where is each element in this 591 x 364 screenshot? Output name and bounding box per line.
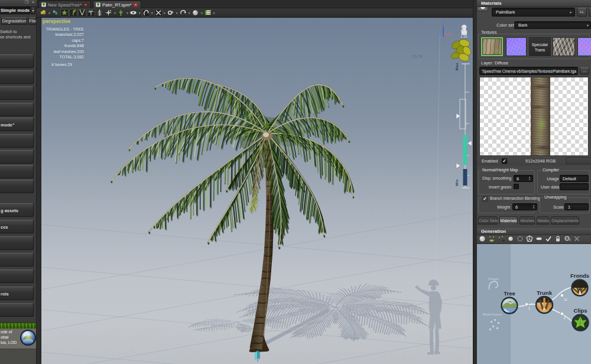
close-tab-icon[interactable]: × — [83, 2, 88, 7]
texture-thumb-diffuse[interactable] — [481, 37, 503, 56]
toolbar-button-leaf-pair[interactable] — [51, 9, 60, 17]
wire-connector[interactable] — [560, 312, 564, 316]
left-panel-section-0[interactable] — [0, 54, 34, 68]
left-panel-section-13[interactable] — [0, 269, 34, 283]
color-set-select[interactable]: Bark — [514, 21, 591, 29]
dropdown-caret-icon[interactable]: ▼ — [200, 11, 203, 15]
dropdown-caret-icon[interactable]: ▼ — [126, 11, 129, 15]
left-panel-section-6[interactable] — [0, 150, 34, 164]
usage-select[interactable]: Default — [560, 175, 589, 182]
document-tab-1[interactable]: New SpeedTree*× — [38, 1, 91, 8]
tab-degradation[interactable]: Degradation — [1, 17, 27, 25]
generation-tool-lock[interactable] — [554, 234, 561, 245]
toolbar-button-hook[interactable]: ▼ — [142, 9, 154, 17]
tab-file[interactable]: File — [28, 17, 36, 25]
texture-path-field[interactable]: 'SpeedTree Cinema v6/Samples/Textures/Pa… — [479, 67, 578, 75]
viewport-3d[interactable]: z perspective TRIANGLES - TREE branches:… — [41, 18, 473, 364]
material-extra-button[interactable] — [589, 8, 591, 17]
generation-tool-nodes-green2[interactable] — [498, 234, 505, 245]
material-select[interactable]: PalmBark — [492, 8, 575, 17]
document-tab-2[interactable]: Palm_RT.spm*× — [93, 1, 141, 8]
toolbar-button-sphere[interactable]: ▼ — [191, 9, 203, 17]
blend-checkbox[interactable]: ✓ — [482, 196, 488, 202]
left-panel-section-ces[interactable]: ces — [0, 220, 34, 233]
texture-thumb-detail[interactable] — [553, 37, 575, 56]
texture-thumb-detail-normal[interactable] — [577, 37, 591, 56]
toolbar-button-plant[interactable]: ▼ — [117, 9, 129, 17]
generator-node-tree[interactable]: Tree — [502, 290, 518, 314]
wire-connector[interactable] — [560, 294, 564, 297]
dropdown-caret-icon[interactable]: ▼ — [113, 11, 116, 15]
base-gizmo[interactable] — [255, 350, 260, 362]
disp-smoothing-spinner[interactable]: 6 ▲▼ — [514, 175, 533, 182]
toolbar-button-eye[interactable]: ▼ — [129, 9, 141, 17]
lod-slider[interactable] — [456, 64, 472, 188]
generation-tool-disc[interactable] — [535, 234, 543, 245]
left-panel-section-rols[interactable]: rols — [0, 287, 34, 300]
left-panel-section-7[interactable] — [0, 165, 34, 178]
bottom-tab-masks[interactable]: Masks — [537, 216, 549, 225]
generator-node-trunk[interactable]: Trunk — [536, 290, 553, 313]
toolbar-button-twig[interactable] — [78, 9, 86, 17]
bottom-tab-materials[interactable]: Materials — [499, 216, 518, 225]
generation-tool-small-sphere[interactable] — [507, 234, 514, 245]
material-dropdown-arrow-icon[interactable]: ▼ — [569, 11, 572, 14]
toolbar-button-frond[interactable] — [96, 9, 104, 17]
texture-thumb-specular[interactable]: Specular Trans — [529, 37, 551, 56]
generation-tool-badge[interactable]: B — [564, 234, 571, 245]
mode-selector[interactable]: Simple mode — [0, 6, 30, 14]
left-panel-section-mode[interactable]: mode" — [0, 118, 34, 131]
user-data-field[interactable] — [560, 183, 589, 190]
dropdown-caret-icon[interactable]: ▼ — [213, 11, 216, 15]
panel-window-icons[interactable]: ❐ × — [25, 0, 35, 5]
generation-tool-delete[interactable] — [573, 234, 580, 245]
toolbar-button-palm[interactable] — [87, 9, 95, 17]
generation-tool-die[interactable] — [526, 234, 533, 245]
toolbar-button-layers[interactable]: ▼ — [204, 9, 216, 17]
generate-map-button[interactable] — [566, 157, 591, 164]
generation-graph[interactable]: ForcesMesh Forces1122TreeTrunkFrondsClip… — [477, 244, 591, 364]
left-panel-section-3[interactable] — [0, 103, 34, 116]
bottom-tab-displacements[interactable]: Displacements — [551, 216, 579, 225]
toolbar-button-target-plus[interactable]: ▼ — [167, 9, 178, 17]
toolbar-button-snip[interactable]: ▼ — [154, 9, 166, 17]
mode-selector-arrow-icon[interactable]: ▼ — [31, 6, 35, 14]
dropdown-caret-icon[interactable]: ▼ — [138, 11, 141, 15]
materials-header[interactable]: Materials — [477, 0, 591, 7]
panel-separator[interactable] — [473, 0, 477, 364]
left-panel-section-1[interactable] — [0, 70, 34, 84]
left-panel-section-2[interactable] — [0, 86, 34, 100]
left-panel-section-15[interactable] — [0, 303, 34, 317]
browse-button[interactable]: ... — [580, 67, 589, 74]
toolbar-button-sprout[interactable] — [69, 9, 77, 17]
generator-node-fronds[interactable]: Fronds — [570, 272, 589, 296]
generation-tool-sphere[interactable] — [479, 234, 486, 245]
toolbar-button-rotate-loop[interactable]: ▼ — [179, 9, 191, 17]
dropdown-caret-icon[interactable]: ▼ — [48, 11, 51, 15]
generation-tool-loop[interactable] — [517, 234, 524, 245]
toolbar-button-sparkle[interactable]: ▼ — [105, 9, 116, 17]
texture-thumb-normal[interactable] — [506, 37, 527, 56]
left-panel-section-11[interactable] — [0, 236, 34, 250]
dropdown-caret-icon[interactable]: ▼ — [188, 11, 191, 15]
wire-connector[interactable] — [525, 303, 528, 306]
left-panel-section-8[interactable] — [0, 180, 34, 193]
dropdown-caret-icon[interactable]: ▼ — [176, 11, 178, 15]
color-set-dropdown-arrow-icon[interactable]: ▼ — [586, 24, 589, 27]
left-panel-section-5[interactable] — [0, 134, 34, 148]
spinner-arrows-icon[interactable]: ▲▼ — [527, 176, 532, 181]
texture-preview[interactable] — [479, 77, 589, 156]
add-remove-material-button[interactable]: +/- — [577, 8, 587, 17]
camera-label[interactable]: perspective — [43, 18, 70, 24]
toolbar-button-leaf-star[interactable] — [60, 9, 69, 17]
enabled-checkbox[interactable]: ✓ — [502, 158, 507, 164]
dropdown-caret-icon[interactable]: ▼ — [151, 11, 154, 15]
bottom-tab-color-sets[interactable]: Color Sets — [478, 216, 498, 225]
left-panel-section-gassets[interactable]: g assets — [0, 203, 34, 217]
scale-field[interactable]: 1 — [564, 203, 589, 210]
generation-tool-check[interactable] — [545, 234, 552, 245]
toolbar-button-tree-blob[interactable]: ▼ — [39, 9, 51, 17]
spinner-arrows-icon[interactable]: ▲▼ — [531, 204, 536, 210]
close-tab-icon[interactable]: × — [133, 2, 138, 7]
bottom-tab-meshes[interactable]: Meshes — [519, 216, 535, 225]
